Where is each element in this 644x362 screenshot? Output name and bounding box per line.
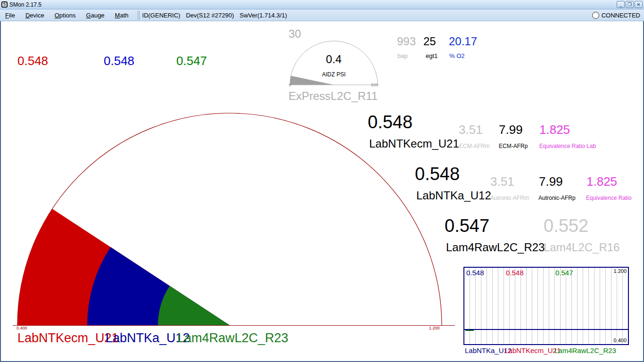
col-label: Autronic-AFRp	[538, 195, 576, 201]
strip-chart-ymin: 0.400	[613, 337, 627, 343]
col-value: 1.825	[539, 123, 570, 137]
channel-name: LabNTKecm_U21	[369, 137, 459, 150]
channel-name: LabNTKa_U12	[416, 189, 491, 202]
app-window: S SMon 2.17.5 _ ❐ ✕ File Device Options …	[0, 0, 644, 362]
lambda-needle-lam4	[158, 286, 230, 326]
channel-value: 0.548	[368, 112, 413, 132]
lambda-legend-lam4: Lam4RawL2C_R23	[177, 331, 289, 346]
strip-chart-trace-start	[465, 330, 474, 331]
channel-value: 0.547	[445, 216, 489, 236]
lambda-legend-ecm: LabNTKecm_U21	[17, 331, 119, 346]
col-value: 3.51	[459, 123, 483, 137]
col-label: Equivalence Ratio Lab	[539, 143, 596, 149]
strip-chart-value-ecm: 0.548	[506, 269, 524, 277]
strip-chart[interactable]: 0.548 0.548 0.547 1.200 0.400	[463, 267, 629, 345]
col-label: Equivalence Ratio	[586, 195, 632, 201]
col-value: 7.99	[539, 174, 563, 189]
strip-chart-ymax: 1.200	[613, 268, 627, 274]
strip-chart-legend-lam4: Lam4RawL2C_R23	[554, 346, 616, 354]
col-label: ECM-AFRm	[459, 143, 490, 149]
channel-value-secondary: 0.552	[544, 216, 588, 236]
strip-chart-trace	[464, 329, 628, 330]
channel-name-secondary: Lam4L2C_R16	[544, 241, 619, 254]
col-label: Autronic-AFRm	[490, 195, 529, 201]
channel-name: Lam4RawL2C_R23	[446, 241, 545, 254]
lambda-gauge-min: 0.400	[17, 326, 27, 330]
col-value: 3.51	[490, 174, 514, 189]
col-value: 1.825	[586, 174, 617, 189]
strip-chart-value-ntka: 0.548	[466, 269, 484, 277]
strip-chart-legend-ecm: LabNTKecm_U21	[504, 346, 561, 354]
col-label: ECM-AFRp	[499, 143, 528, 149]
channel-value: 0.548	[415, 164, 460, 184]
strip-chart-value-lam4: 0.547	[555, 269, 573, 277]
col-value: 7.99	[499, 123, 523, 137]
lambda-gauge-max: 1.200	[429, 326, 440, 330]
